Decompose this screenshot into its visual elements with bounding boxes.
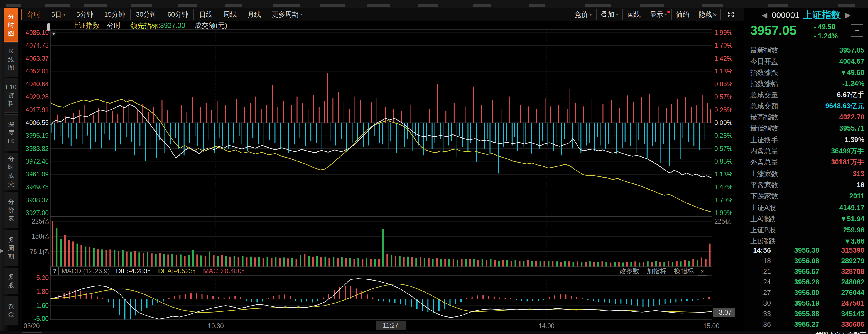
stat-value: 1.39% [845,136,864,144]
tick-row[interactable]: :303956.19247581 [744,298,868,308]
stat-row-平盘家数: 平盘家数18 [744,179,868,190]
tick-volume: 330606 [841,321,864,328]
stat-row-最高指数: 最高指数4022.70 [744,111,868,122]
prev-stock-icon[interactable]: ◀ [762,11,767,20]
tick-row[interactable]: :363956.27330606 [744,319,868,330]
macd-button-加指标[interactable]: 加指标 [647,267,667,276]
stat-label: 上证B股 [750,225,776,235]
tick-volume: 276044 [841,289,864,297]
macd-buttons: 改参数加指标换指标 [612,267,694,276]
divider [746,133,867,134]
tick-row[interactable]: :213956.57328708 [744,266,868,277]
tick-time: :30 [744,299,771,307]
macd-macd-value: MACD:0.480↑ [203,267,245,275]
tick-price: 3956.00 [786,289,828,297]
indicator-help-icon[interactable]: ? [51,267,59,275]
watermark-text: 截图来自东方财富 [815,331,867,334]
tick-price: 3956.27 [786,321,828,328]
stat-label: 上证A股 [750,203,776,212]
stock-code: 000001 [772,10,800,20]
tick-time: 14:56 [744,246,771,254]
intraday-chart[interactable] [0,0,868,334]
quote-price-row: 3957.05 - 49.50 - 1.24% − [744,22,868,42]
tick-time: :33 [744,310,771,318]
stat-row-上证A股: 上证A股4149.17 [744,202,868,213]
macd-dea-value: DEA:-4.523↑ [158,267,196,275]
stat-label: 上证换手 [750,135,778,145]
stat-row-指数涨跌: 指数涨跌▼49.50 [744,67,868,78]
macd-last-value-badge: -3.07 [713,308,735,317]
stat-value: 2011 [849,192,864,200]
stat-value: 6.67亿手 [837,90,864,99]
tick-row[interactable]: :273956.00276044 [744,287,868,298]
stat-value: -1.24% [842,80,864,88]
stat-value: 18 [857,181,864,189]
stat-label: 总成交量 [750,90,778,99]
tick-price: 3956.57 [786,268,828,276]
change-percent: - 1.24% [814,31,838,41]
tick-volume: 345143 [841,310,864,318]
stat-label: 上A涨跌 [750,214,776,223]
stat-row-下跌家数: 下跌家数2011 [744,190,868,202]
change-value: - 49.50 [814,22,838,31]
stat-value: 30181万手 [831,157,864,167]
stat-value: 259.96 [843,226,864,234]
tick-price: 3956.26 [786,278,828,286]
next-stock-icon[interactable]: ▶ [845,11,851,20]
horizontal-scrollbar-thumb[interactable] [22,332,42,333]
macd-button-改参数[interactable]: 改参数 [619,267,640,276]
crosshair-time-badge: 11:27 [376,321,406,330]
tick-time: :21 [744,268,771,276]
stat-value: 3955.71 [839,124,864,132]
stat-value: 36499万手 [831,146,864,156]
divider [746,44,867,44]
macd-header: ? MACD (12,26,9) DIF:-4.283↑ DEA:-4.523↑… [51,267,712,276]
stat-label: 最高指数 [750,113,778,122]
tick-row[interactable]: 14:563956.38315390 [744,245,868,255]
stat-row-总成交量: 总成交量6.67亿手 [744,89,868,100]
stat-value: 4022.70 [839,113,864,121]
tick-time: :24 [744,278,771,286]
tick-volume: 289279 [841,257,864,265]
stat-row-上证B股: 上证B股259.96 [744,224,868,236]
stat-row-外盘总量: 外盘总量30181万手 [744,156,868,168]
stat-value: 313 [853,170,864,178]
stat-row-上证换手: 上证换手1.39% [744,134,868,145]
divider [746,168,867,168]
stat-value: ▼49.50 [840,68,864,77]
price-change: - 49.50 - 1.24% [814,22,838,41]
stat-label: 上涨家数 [750,169,778,178]
tick-time: :36 [744,321,771,328]
collapse-panel-button[interactable]: − [851,25,863,37]
indicator-close-icon[interactable]: × [698,267,707,276]
quote-panel-header: ◀ 000001 上证指数 ▶ [744,9,868,21]
stock-name[interactable]: 上证指数 [803,9,841,22]
bottom-strip [0,331,868,334]
tick-row[interactable]: :243956.26248082 [744,277,868,287]
tick-volume: 247581 [841,299,864,307]
tick-row[interactable]: :333955.88345143 [744,308,868,319]
stat-label: 最新指数 [750,45,778,55]
stat-label: 内盘总量 [750,146,778,156]
tab-分时[interactable]: 分时 [22,9,46,20]
stat-label: 上B涨跌 [750,237,776,246]
stat-value: 4004.57 [839,57,864,65]
stat-value: 9648.63亿元 [826,101,864,111]
stat-row-上涨家数: 上涨家数313 [744,168,868,179]
pane-borders [22,29,744,320]
stat-value: 3957.05 [839,46,864,54]
trading-app-window: ▶ 分时图K线图F10资料深度F9分时成交分价表多周期多股资金 分时5日▾5分钟… [0,0,868,334]
stat-row-今日开盘: 今日开盘4004.57 [744,56,868,67]
tick-row[interactable]: :183956.08289279 [744,255,868,266]
stat-label: 平盘家数 [750,180,778,189]
tick-time: :18 [744,257,771,265]
stat-value: ▼51.94 [840,215,864,223]
last-price: 3957.05 [750,23,797,38]
stat-label: 指数涨跌 [750,68,778,77]
stat-label: 下跌家数 [750,191,778,201]
macd-button-换指标[interactable]: 换指标 [674,267,694,276]
stat-row-内盘总量: 内盘总量36499万手 [744,145,868,156]
tick-price: 3955.88 [786,310,828,318]
tick-time: :27 [744,289,771,297]
tick-price: 3956.08 [786,257,828,265]
